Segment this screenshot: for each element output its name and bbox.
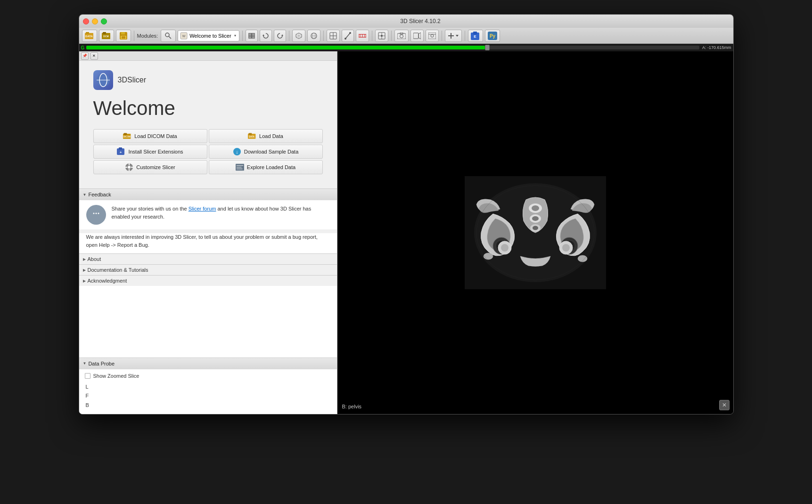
progress-track[interactable] (86, 46, 699, 49)
explore-loaded-label: Explore Loaded Data (247, 164, 295, 170)
svg-point-80 (93, 213, 94, 214)
load-data-btn[interactable]: DATA Load Data (209, 129, 323, 143)
documentation-header[interactable]: ▶ Documentation & Tutorials (79, 265, 337, 275)
panel-pin-btn[interactable]: 📌 (81, 52, 89, 60)
svg-marker-49 (456, 35, 459, 37)
svg-rect-71 (129, 163, 130, 165)
minimize-button[interactable] (92, 18, 98, 24)
feedback-header[interactable]: ▼ Feedback (79, 189, 337, 200)
svg-text:W: W (182, 34, 186, 38)
svg-rect-73 (125, 167, 127, 168)
acknowledgment-header[interactable]: ▶ Acknowledgment (79, 276, 337, 286)
dcm-toolbar-btn[interactable]: DCM (99, 30, 114, 42)
svg-point-38 (381, 35, 383, 37)
python-icon: Py (488, 32, 497, 40)
crosshair-btn[interactable] (327, 30, 340, 42)
3d-view-btn[interactable] (292, 30, 305, 42)
python-btn[interactable]: Py (485, 30, 500, 42)
svg-rect-19 (252, 36, 254, 38)
panel-close-btn[interactable]: ✕ (90, 52, 98, 60)
about-label: About (88, 256, 101, 262)
svg-point-93 (562, 244, 570, 252)
svg-text:DATA: DATA (85, 35, 93, 38)
svg-marker-21 (281, 34, 283, 36)
forward-btn[interactable] (274, 30, 286, 42)
data-toolbar-btn[interactable]: DATA (82, 30, 97, 42)
window-level-btn[interactable] (375, 30, 388, 42)
modules-search-btn[interactable] (161, 30, 176, 42)
svg-point-45 (431, 34, 434, 37)
data-probe-title: Data Probe (88, 361, 115, 366)
svg-rect-16 (249, 33, 251, 36)
main-window: 3D Slicer 4.10.2 DATA DCM (79, 14, 734, 415)
probe-F: F (86, 391, 331, 401)
feedback-extra-text: We are always interested in improving 3D… (79, 233, 337, 253)
camera-btn[interactable] (394, 30, 409, 42)
welcome-content: 3DSlicer Welcome DICOM L (79, 61, 337, 188)
toolbar-sep-8 (465, 31, 465, 41)
extensions-btn[interactable]: E (468, 30, 483, 42)
feedback-content: Share your stories with us on the Slicer… (79, 200, 337, 229)
documentation-section: ▶ Documentation & Tutorials (79, 264, 337, 275)
customize-slicer-btn[interactable]: Customize Slicer (93, 160, 207, 174)
show-zoomed-label: Show Zoomed Slice (93, 373, 139, 379)
slicer-logo-svg (96, 73, 110, 87)
svg-marker-20 (262, 34, 264, 36)
forward-icon (277, 33, 283, 39)
logo-icon (93, 70, 113, 90)
svg-text:DCM: DCM (103, 35, 108, 38)
progress-thumb[interactable] (485, 45, 490, 50)
data-probe-header[interactable]: ▼ Data Probe (79, 358, 337, 369)
about-header[interactable]: ▶ About (79, 254, 337, 264)
svg-point-99 (533, 226, 538, 230)
feedback-section: ▼ Feedback (79, 188, 337, 253)
extensions-btn-icon: E (471, 32, 480, 40)
slicer-forum-link[interactable]: Slicer forum (189, 206, 216, 211)
ruler-btn[interactable] (356, 30, 369, 42)
module-icon: W (180, 32, 188, 40)
show-zoomed-checkbox[interactable] (85, 373, 90, 379)
svg-rect-7 (121, 32, 125, 34)
load-dicom-btn[interactable]: DICOM Load DICOM Data (93, 129, 207, 143)
3d-view-icon (295, 32, 303, 40)
probe-B: B (86, 401, 331, 410)
svg-line-28 (345, 33, 350, 39)
screenshot-btn[interactable] (426, 30, 439, 42)
svg-rect-59 (124, 133, 127, 135)
camera-icon (397, 33, 406, 39)
toolbar-sep-3 (289, 31, 289, 41)
content-spacer (79, 286, 337, 358)
data-probe-content: Show Zoomed Slice L F B (79, 369, 337, 414)
dropdown-arrow-sm-icon (455, 34, 459, 38)
install-extensions-btn[interactable]: + Install Slicer Extensions (93, 145, 207, 159)
download-sample-btn[interactable]: ↓ Download Sample Data (209, 145, 323, 159)
reload-btn[interactable] (260, 30, 272, 42)
markup-btn[interactable] (342, 30, 354, 42)
svg-rect-9 (122, 36, 125, 39)
screenshot-icon (428, 33, 436, 39)
explore-loaded-icon (236, 163, 244, 171)
svg-point-97 (532, 216, 539, 221)
modules-dropdown[interactable]: W Welcome to Slicer (178, 30, 239, 41)
maximize-button[interactable] (101, 18, 107, 24)
data-probe-section: ▼ Data Probe Show Zoomed Slice L F B (79, 358, 337, 414)
svg-text:+: + (120, 150, 122, 154)
viewport-close-btn[interactable]: ✕ (719, 400, 730, 410)
download-sample-label: Download Sample Data (244, 149, 299, 154)
save-toolbar-btn[interactable] (116, 30, 131, 42)
probe-values: L F B (86, 382, 331, 410)
record-btn[interactable] (410, 30, 424, 42)
load-dicom-icon: DICOM (123, 132, 131, 140)
panel-toolbar: 📌 ✕ (79, 51, 337, 61)
add-btn[interactable] (445, 30, 462, 42)
viewport-area[interactable]: B: pelvis (337, 51, 733, 414)
svg-point-29 (349, 32, 351, 34)
ruler-icon (359, 33, 366, 39)
prev-btn[interactable] (246, 30, 258, 42)
volume-btn[interactable] (307, 30, 320, 42)
progress-value: A: -170.615mm (702, 45, 731, 50)
explore-loaded-btn[interactable]: Explore Loaded Data (209, 160, 323, 174)
window-level-icon (378, 32, 385, 40)
close-button[interactable] (83, 18, 89, 24)
svg-point-10 (165, 33, 169, 37)
